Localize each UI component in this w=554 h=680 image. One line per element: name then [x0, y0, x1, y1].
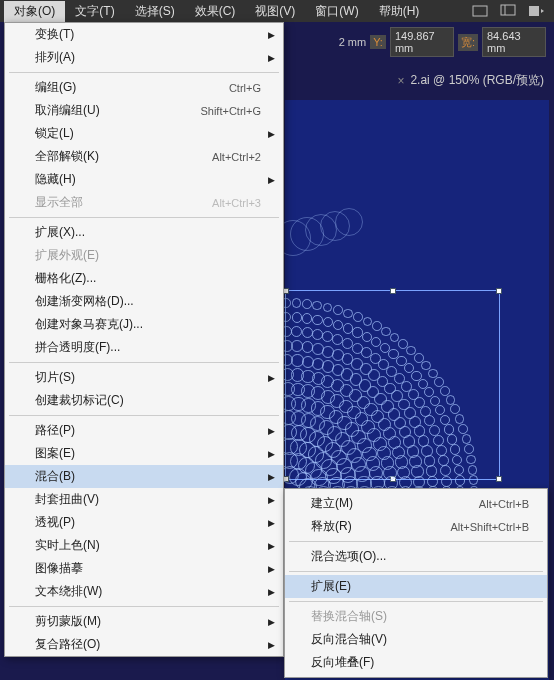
menu-item[interactable]: 路径(P)▶: [5, 419, 283, 442]
submenu-item[interactable]: 扩展(E): [285, 575, 547, 598]
chevron-right-icon: ▶: [268, 373, 275, 383]
tab-title: 2.ai @ 150% (RGB/预览): [410, 72, 544, 89]
menu-item[interactable]: 创建对象马赛克(J)...: [5, 313, 283, 336]
menu-window[interactable]: 窗口(W): [305, 1, 368, 22]
menu-item[interactable]: 封套扭曲(V)▶: [5, 488, 283, 511]
chevron-right-icon: ▶: [268, 587, 275, 597]
handle-ne[interactable]: [496, 288, 502, 294]
w-field[interactable]: 84.643 mm: [482, 27, 546, 57]
chevron-right-icon: ▶: [268, 617, 275, 627]
arrange-icon[interactable]: [526, 3, 546, 19]
chevron-right-icon: ▶: [268, 30, 275, 40]
chevron-right-icon: ▶: [268, 472, 275, 482]
chevron-right-icon: ▶: [268, 175, 275, 185]
menu-item[interactable]: 锁定(L)▶: [5, 122, 283, 145]
submenu-item[interactable]: 反向堆叠(F): [285, 651, 547, 674]
menu-item: 显示全部Alt+Ctrl+3: [5, 191, 283, 214]
submenu-item[interactable]: 混合选项(O)...: [285, 545, 547, 568]
blend-submenu: 建立(M)Alt+Ctrl+B释放(R)Alt+Shift+Ctrl+B混合选项…: [284, 488, 548, 678]
y-field[interactable]: 149.867 mm: [390, 27, 454, 57]
workspace-icon[interactable]: [470, 3, 490, 19]
menu-item[interactable]: 文本绕排(W)▶: [5, 580, 283, 603]
menu-item[interactable]: 变换(T)▶: [5, 23, 283, 46]
menu-item[interactable]: 隐藏(H)▶: [5, 168, 283, 191]
menu-item[interactable]: 扩展(X)...: [5, 221, 283, 244]
chevron-right-icon: ▶: [268, 129, 275, 139]
submenu-item: 替换混合轴(S): [285, 605, 547, 628]
search-icon[interactable]: [498, 3, 518, 19]
chevron-right-icon: ▶: [268, 564, 275, 574]
submenu-item[interactable]: 反向混合轴(V): [285, 628, 547, 651]
document-tab[interactable]: × 2.ai @ 150% (RGB/预览): [393, 72, 544, 89]
close-icon[interactable]: ×: [397, 74, 404, 88]
menu-item[interactable]: 切片(S)▶: [5, 366, 283, 389]
menu-item[interactable]: 取消编组(U)Shift+Ctrl+G: [5, 99, 283, 122]
w-label: 宽:: [458, 34, 478, 51]
menu-item[interactable]: 排列(A)▶: [5, 46, 283, 69]
menu-view[interactable]: 视图(V): [245, 1, 305, 22]
menu-item[interactable]: 复合路径(O)▶: [5, 633, 283, 656]
menu-item[interactable]: 混合(B)▶: [5, 465, 283, 488]
menu-item[interactable]: 剪切蒙版(M)▶: [5, 610, 283, 633]
handle-n[interactable]: [390, 288, 396, 294]
chevron-right-icon: ▶: [268, 53, 275, 63]
svg-rect-1: [501, 5, 515, 15]
control-bar: 2 mm Y: 149.867 mm 宽: 84.643 mm: [339, 28, 554, 56]
chevron-right-icon: ▶: [268, 449, 275, 459]
menu-item[interactable]: 透视(P)▶: [5, 511, 283, 534]
menu-item[interactable]: 栅格化(Z)...: [5, 267, 283, 290]
chevron-right-icon: ▶: [268, 541, 275, 551]
menu-effect[interactable]: 效果(C): [185, 1, 246, 22]
menu-item[interactable]: 创建裁切标记(C): [5, 389, 283, 412]
menubar: 对象(O) 文字(T) 选择(S) 效果(C) 视图(V) 窗口(W) 帮助(H…: [0, 0, 554, 22]
menu-item[interactable]: 编组(G)Ctrl+G: [5, 76, 283, 99]
menu-type[interactable]: 文字(T): [65, 1, 124, 22]
submenu-item[interactable]: 建立(M)Alt+Ctrl+B: [285, 492, 547, 515]
svg-rect-0: [473, 6, 487, 16]
submenu-item[interactable]: 释放(R)Alt+Shift+Ctrl+B: [285, 515, 547, 538]
object-menu: 变换(T)▶排列(A)▶编组(G)Ctrl+G取消编组(U)Shift+Ctrl…: [4, 22, 284, 657]
menu-item[interactable]: 创建渐变网格(D)...: [5, 290, 283, 313]
menu-object[interactable]: 对象(O): [4, 1, 65, 22]
menu-item[interactable]: 实时上色(N)▶: [5, 534, 283, 557]
menu-item[interactable]: 图案(E)▶: [5, 442, 283, 465]
menu-help[interactable]: 帮助(H): [369, 1, 430, 22]
chevron-right-icon: ▶: [268, 640, 275, 650]
menu-item[interactable]: 拼合透明度(F)...: [5, 336, 283, 359]
menu-item: 扩展外观(E): [5, 244, 283, 267]
svg-rect-3: [529, 6, 539, 16]
menu-item[interactable]: 图像描摹▶: [5, 557, 283, 580]
chevron-right-icon: ▶: [268, 518, 275, 528]
x-unit: 2 mm: [339, 36, 367, 48]
y-label: Y:: [370, 35, 386, 49]
handle-se[interactable]: [496, 476, 502, 482]
artboard-selection[interactable]: [285, 290, 500, 480]
menu-select[interactable]: 选择(S): [125, 1, 185, 22]
chevron-right-icon: ▶: [268, 495, 275, 505]
menu-item[interactable]: 全部解锁(K)Alt+Ctrl+2: [5, 145, 283, 168]
chevron-right-icon: ▶: [268, 426, 275, 436]
